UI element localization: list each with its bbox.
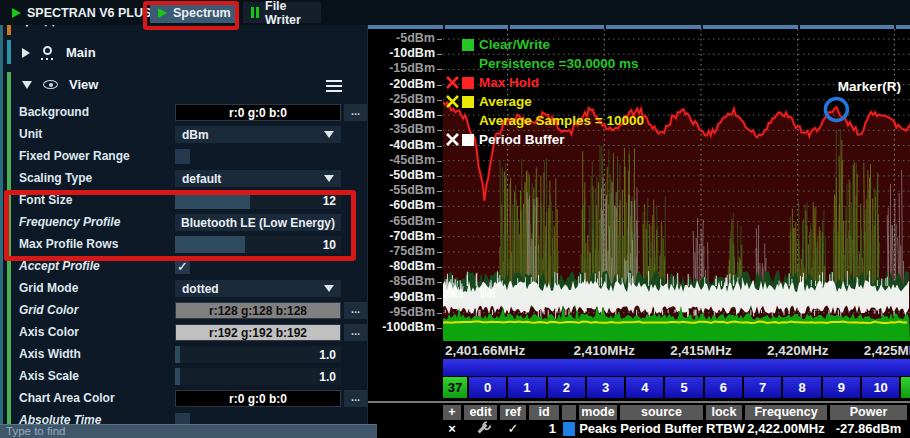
svg-text:Max Hold: Max Hold	[479, 75, 539, 90]
ref-check[interactable]: ✓	[500, 420, 526, 438]
property-row-scaling-type: Scaling Typedefault	[0, 168, 368, 190]
checkbox[interactable]: ✓	[175, 259, 190, 274]
y-tick-label: -20dBm	[389, 77, 435, 91]
table-header-edit[interactable]: edit	[464, 405, 497, 420]
table-header-+[interactable]: +	[443, 405, 461, 420]
channel-cell-7[interactable]: 7	[744, 377, 781, 398]
marker-color-cell[interactable]	[562, 420, 576, 438]
table-header-source[interactable]: source	[620, 405, 703, 420]
channel-cell-37[interactable]: 37	[443, 377, 467, 398]
channel-cell-2[interactable]: 2	[548, 377, 585, 398]
color-value[interactable]: r:0 g:0 b:0	[175, 390, 341, 407]
marker-table-row[interactable]: ×✓1PeaksPeriod BufferRTBW2,422.00MHz-27.…	[443, 420, 910, 438]
table-header-lock[interactable]: lock	[706, 405, 742, 420]
y-tick-label: -55dBm	[389, 183, 435, 197]
property-rows: Backgroundr:0 g:0 b:0 ...UnitdBmFixed Po…	[0, 102, 368, 424]
y-tick-label: -60dBm	[389, 198, 435, 212]
play-icon	[12, 8, 21, 18]
property-label: Axis Width	[19, 347, 81, 361]
dropdown[interactable]: default	[175, 170, 341, 187]
color-value[interactable]: r:0 g:0 b:0	[175, 104, 341, 121]
x-tick-label: 2,401.66MHz	[445, 343, 525, 358]
x-tick-label: 2,420MHz	[767, 343, 829, 358]
section-bar-main	[7, 40, 11, 64]
table-header-Power[interactable]: Power	[830, 405, 907, 420]
table-header-id[interactable]: id	[529, 405, 559, 420]
tab-file-writer[interactable]: File Writer	[243, 2, 321, 23]
slider[interactable]: 12	[175, 192, 341, 209]
property-label: Chart Area Color	[19, 391, 115, 405]
tab-spectran-v6-plus[interactable]: SPECTRAN V6 PLUS	[4, 2, 159, 23]
svg-text:Period Buffer: Period Buffer	[479, 132, 565, 147]
svg-text:Average Samples = 10000: Average Samples = 10000	[479, 113, 644, 128]
color-picker-button[interactable]: ...	[344, 324, 367, 341]
table-header-mode[interactable]: mode	[579, 405, 617, 420]
tab-spectrum[interactable]: Spectrum	[150, 2, 236, 23]
channel-cell-0[interactable]: 0	[469, 377, 506, 398]
property-label: Fixed Power Range	[19, 149, 130, 163]
y-tick-label: -50dBm	[389, 168, 435, 182]
channel-cell-edge[interactable]	[901, 377, 910, 398]
dropdown[interactable]: dotted	[175, 280, 341, 297]
property-label: Axis Scale	[19, 369, 79, 383]
property-label: Scaling Type	[19, 171, 92, 185]
slider[interactable]: 1.0	[175, 368, 341, 385]
search-input[interactable]: Type to find	[0, 424, 377, 438]
y-tick-label: -80dBm	[389, 259, 435, 273]
slider[interactable]: 10	[175, 236, 341, 253]
channel-band-bar	[443, 359, 910, 376]
color-picker-button[interactable]: ...	[344, 390, 367, 407]
chevron-down-icon	[324, 285, 334, 292]
channel-cell-10[interactable]: 10	[862, 377, 899, 398]
color-value[interactable]: r:128 g:128 b:128	[175, 302, 341, 319]
edit-marker-button[interactable]	[464, 420, 497, 438]
channel-cell-6[interactable]: 6	[705, 377, 742, 398]
marker-lock[interactable]: RTBW	[706, 420, 742, 438]
channel-cell-8[interactable]: 8	[783, 377, 820, 398]
x-tick-label: 2,410MHz	[574, 343, 636, 358]
slider[interactable]: 1.0	[175, 346, 341, 363]
property-label: Grid Color	[19, 303, 78, 317]
section-menu-icon[interactable]	[326, 80, 342, 92]
channel-cell-9[interactable]: 9	[823, 377, 860, 398]
channel-cell-5[interactable]: 5	[665, 377, 702, 398]
table-header-ref[interactable]: ref	[500, 405, 526, 420]
marker-source[interactable]: Period Buffer	[620, 420, 703, 438]
marker-mode[interactable]: Peaks	[579, 420, 617, 438]
color-picker-button[interactable]: ...	[344, 104, 367, 121]
property-row-grid-color: Grid Colorr:128 g:128 b:128 ...	[0, 300, 368, 322]
y-tick-label: -40dBm	[389, 138, 435, 152]
checkbox[interactable]	[175, 149, 190, 164]
color-value[interactable]: r:192 g:192 b:192	[175, 324, 341, 341]
spectrum-plot[interactable]: Clear/WritePersistence =30.0000 ms Max H…	[443, 29, 910, 341]
profile-button[interactable]: Bluetooth LE (Low Energy)	[175, 214, 341, 231]
dropdown[interactable]: dBm	[175, 126, 341, 143]
property-row-axis-color: Axis Colorr:192 g:192 b:192 ...	[0, 322, 368, 344]
table-header-Frequency[interactable]: Frequency	[745, 405, 827, 420]
collapse-icon[interactable]	[22, 81, 32, 89]
channel-cell-1[interactable]: 1	[508, 377, 545, 398]
remove-marker-button[interactable]: ×	[443, 420, 461, 438]
property-row-max-profile-rows: Max Profile Rows10	[0, 234, 368, 256]
color-picker-button[interactable]: ...	[344, 302, 367, 319]
section-view[interactable]: View	[22, 77, 98, 92]
y-tick-label: -70dBm	[389, 229, 435, 243]
eye-icon	[43, 80, 58, 89]
section-main[interactable]: Main	[22, 45, 96, 60]
property-row-accept-profile: Accept Profile✓	[0, 256, 368, 278]
y-tick-label: -95dBm	[389, 305, 435, 319]
section-collapsed-partial[interactable]: ▾▾	[22, 25, 58, 30]
channel-cell-4[interactable]: 4	[626, 377, 663, 398]
expand-icon[interactable]	[22, 48, 30, 58]
settings-panel: ▾▾ Main View Backgroundr:0 g:0 b:0 ...Un…	[0, 25, 368, 424]
property-row-absolute-time: Absolute Time	[0, 410, 368, 424]
table-header-swatch[interactable]	[562, 405, 576, 420]
marker-color-swatch[interactable]	[563, 422, 575, 436]
checkbox[interactable]	[175, 413, 190, 424]
property-label: Frequency Profile	[19, 215, 120, 229]
property-row-background: Backgroundr:0 g:0 b:0 ...	[0, 102, 368, 124]
y-tick-label: -85dBm	[389, 274, 435, 288]
channel-row: 37012345678910	[443, 377, 910, 398]
channel-cell-3[interactable]: 3	[587, 377, 624, 398]
property-label: Font Size	[19, 193, 72, 207]
